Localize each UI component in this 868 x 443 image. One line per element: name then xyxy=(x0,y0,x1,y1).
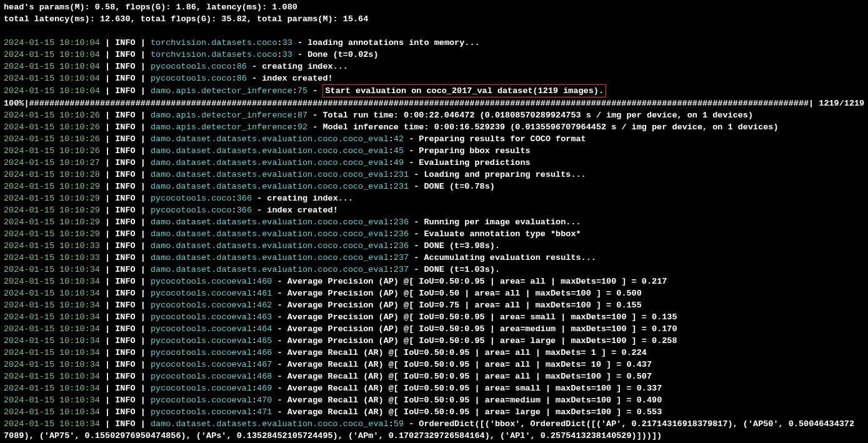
log-message: Average Precision (AP) @[ IoU=0.50 | are… xyxy=(287,289,642,298)
log-source: pycocotools.cocoeval xyxy=(151,372,252,381)
log-source: damo.dataset.datasets.evaluation.coco.co… xyxy=(151,241,389,251)
log-line: 2024-01-15 10:10:04 | INFO | pycocotools… xyxy=(4,61,864,72)
highlighted-message: Start evaluation on coco_2017_val datase… xyxy=(322,84,606,97)
log-message: index created! xyxy=(267,206,337,215)
log-level: INFO xyxy=(115,265,135,274)
log-lineno: 470 xyxy=(257,396,272,405)
header-line-1: head's params(M): 0.58, flops(G): 1.86, … xyxy=(4,1,864,13)
log-level: INFO xyxy=(115,206,135,215)
log-level: INFO xyxy=(115,229,135,239)
log-message: Average Precision (AP) @[ IoU=0.50:0.95 … xyxy=(287,324,677,334)
log-timestamp: 2024-01-15 10:10:29 xyxy=(4,194,100,203)
log-source: damo.dataset.datasets.evaluation.coco.co… xyxy=(151,182,389,191)
header-line-2: total latency(ms): 12.630, total flops(G… xyxy=(4,13,864,25)
blank-line xyxy=(4,25,864,37)
log-line: 2024-01-15 10:10:34 | INFO | pycocotools… xyxy=(4,394,864,406)
log-level: INFO xyxy=(115,194,135,203)
log-line: 2024-01-15 10:10:29 | INFO | pycocotools… xyxy=(4,192,864,204)
log-message: index created! xyxy=(262,74,332,83)
log-message: Average Recall (AR) @[ IoU=0.50:0.95 | a… xyxy=(287,372,652,381)
log-lineno: 237 xyxy=(394,265,409,274)
log-message: DONE (t=0.78s) xyxy=(424,182,494,191)
log-timestamp: 2024-01-15 10:10:34 xyxy=(4,265,100,274)
log-lineno: 42 xyxy=(394,134,404,144)
log-level: INFO xyxy=(115,289,135,298)
log-timestamp: 2024-01-15 10:10:34 xyxy=(4,324,100,334)
log-line: 2024-01-15 10:10:26 | INFO | damo.datase… xyxy=(4,145,864,157)
log-source: pycocotools.cocoeval xyxy=(151,348,252,357)
log-source: pycocotools.cocoeval xyxy=(151,289,252,298)
log-lineno: 45 xyxy=(394,146,404,156)
log-level: INFO xyxy=(115,253,135,262)
log-source: pycocotools.cocoeval xyxy=(151,396,252,405)
log-message: Evaluating predictions xyxy=(419,158,530,167)
log-level: INFO xyxy=(115,348,135,357)
log-line: 2024-01-15 10:10:34 | INFO | damo.datase… xyxy=(4,418,864,430)
log-line: 2024-01-15 10:10:34 | INFO | pycocotools… xyxy=(4,335,864,347)
log-lineno: 466 xyxy=(257,348,272,357)
log-timestamp: 2024-01-15 10:10:29 xyxy=(4,229,100,239)
log-line: 2024-01-15 10:10:29 | INFO | damo.datase… xyxy=(4,181,864,192)
log-timestamp: 2024-01-15 10:10:34 xyxy=(4,301,100,310)
log-line: 2024-01-15 10:10:26 | INFO | damo.datase… xyxy=(4,133,864,145)
log-message: loading annotations into memory... xyxy=(307,38,479,47)
log-message: Average Recall (AR) @[ IoU=0.50:0.95 | a… xyxy=(287,396,662,405)
log-source: pycocotools.cocoeval xyxy=(151,324,252,334)
log-source: pycocotools.cocoeval xyxy=(151,277,252,286)
log-lineno: 464 xyxy=(257,324,272,334)
terminal-output: head's params(M): 0.58, flops(G): 1.86, … xyxy=(4,1,864,442)
log-timestamp: 2024-01-15 10:10:04 xyxy=(4,62,100,71)
log-timestamp: 2024-01-15 10:10:26 xyxy=(4,111,100,120)
log-timestamp: 2024-01-15 10:10:34 xyxy=(4,419,100,429)
log-source: torchvision.datasets.coco xyxy=(151,50,277,59)
log-lineno: 463 xyxy=(257,312,272,322)
log-message: OrderedDict([('bbox', OrderedDict([('AP'… xyxy=(419,419,854,429)
log-line: 2024-01-15 10:10:33 | INFO | damo.datase… xyxy=(4,252,864,264)
log-message: Total run time: 0:00:22.046472 (0.018085… xyxy=(322,111,753,120)
log-lineno: 59 xyxy=(394,419,404,429)
log-timestamp: 2024-01-15 10:10:34 xyxy=(4,372,100,381)
log-timestamp: 2024-01-15 10:10:26 xyxy=(4,122,100,132)
log-message: creating index... xyxy=(262,62,348,71)
log-source: pycocotools.coco xyxy=(151,74,232,83)
log-line: 2024-01-15 10:10:29 | INFO | damo.datase… xyxy=(4,228,864,240)
log-lineno: 86 xyxy=(237,74,247,83)
log-level: INFO xyxy=(115,241,135,251)
log-message: Average Precision (AP) @[ IoU=0.50:0.95 … xyxy=(287,312,677,322)
log-lineno: 236 xyxy=(394,241,409,251)
log-level: INFO xyxy=(115,158,135,167)
log-lineno: 465 xyxy=(257,336,272,346)
log-source: damo.dataset.datasets.evaluation.coco.co… xyxy=(151,229,389,239)
log-timestamp: 2024-01-15 10:10:04 xyxy=(4,50,100,59)
log-line: 2024-01-15 10:10:28 | INFO | damo.datase… xyxy=(4,169,864,181)
log-timestamp: 2024-01-15 10:10:34 xyxy=(4,289,100,298)
log-message: Done (t=0.02s) xyxy=(307,50,378,59)
log-lineno: 92 xyxy=(297,122,307,132)
log-message: Average Precision (AP) @[ IoU=0.50:0.95 … xyxy=(287,336,677,346)
log-level: INFO xyxy=(115,277,135,286)
log-level: INFO xyxy=(115,372,135,381)
log-line: 2024-01-15 10:10:26 | INFO | damo.apis.d… xyxy=(4,109,864,121)
log-message: 7089), ('AP75', 0.15502976950474856), ('… xyxy=(4,431,662,441)
log-timestamp: 2024-01-15 10:10:34 xyxy=(4,384,100,393)
log-timestamp: 2024-01-15 10:10:04 xyxy=(4,74,100,83)
log-source: damo.dataset.datasets.evaluation.coco.co… xyxy=(151,265,389,274)
log-level: INFO xyxy=(115,336,135,346)
log-message: Average Recall (AR) @[ IoU=0.50:0.95 | a… xyxy=(287,360,652,369)
log-lineno: 237 xyxy=(394,253,409,262)
log-source: damo.dataset.datasets.evaluation.coco.co… xyxy=(151,170,389,179)
log-lineno: 467 xyxy=(257,360,272,369)
log-lineno: 86 xyxy=(237,62,247,71)
log-source: pycocotools.cocoeval xyxy=(151,407,252,417)
log-message: Average Precision (AP) @[ IoU=0.50:0.95 … xyxy=(287,277,667,286)
log-timestamp: 2024-01-15 10:10:29 xyxy=(4,217,100,227)
log-timestamp: 2024-01-15 10:10:33 xyxy=(4,241,100,251)
log-timestamp: 2024-01-15 10:10:34 xyxy=(4,348,100,357)
log-source: pycocotools.cocoeval xyxy=(151,360,252,369)
log-message: Average Precision (AP) @[ IoU=0.75 | are… xyxy=(287,301,642,310)
log-line: 2024-01-15 10:10:34 | INFO | pycocotools… xyxy=(4,382,864,394)
log-timestamp: 2024-01-15 10:10:34 xyxy=(4,336,100,346)
log-level: INFO xyxy=(115,360,135,369)
log-timestamp: 2024-01-15 10:10:34 xyxy=(4,360,100,369)
log-timestamp: 2024-01-15 10:10:04 xyxy=(4,86,100,96)
